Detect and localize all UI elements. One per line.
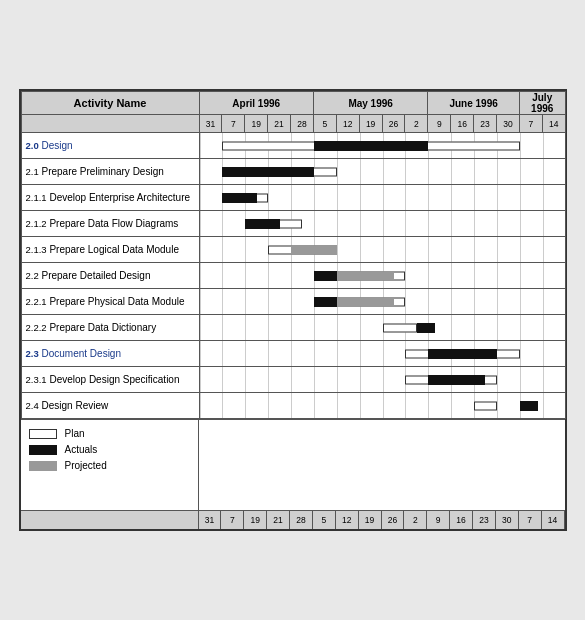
day-header: 30 — [496, 115, 519, 133]
gantt-row-0 — [199, 133, 565, 159]
bar-plan — [222, 193, 268, 202]
legend-projected-label: Projected — [65, 460, 107, 471]
day-header: 16 — [451, 115, 474, 133]
activity-label: 2.1 Prepare Preliminary Design — [21, 159, 199, 185]
activity-label: 2.2.1 Prepare Physical Data Module — [21, 289, 199, 315]
gantt-row-5 — [199, 263, 565, 289]
gantt-row-10 — [199, 393, 565, 419]
bar-actual — [222, 167, 314, 177]
gantt-row-1 — [199, 159, 565, 185]
bottom-day-cell: 30 — [496, 511, 519, 529]
activity-label: 2.0 Design — [21, 133, 199, 159]
activity-label: 2.1.1 Develop Enterprise Architecture — [21, 185, 199, 211]
activity-label: 2.3.1 Develop Design Specification — [21, 367, 199, 393]
activity-label: 2.4 Design Review — [21, 393, 199, 419]
bottom-day-cell: 7 — [221, 511, 244, 529]
day-header: 23 — [474, 115, 497, 133]
gantt-row-8 — [199, 341, 565, 367]
bottom-day-cell: 31 — [199, 511, 222, 529]
bottom-day-cell: 14 — [542, 511, 565, 529]
bar-actual — [314, 141, 428, 151]
activity-label: 2.1.2 Prepare Data Flow Diagrams — [21, 211, 199, 237]
legend-projected-box — [29, 461, 57, 471]
day-header: 21 — [268, 115, 291, 133]
bottom-day-cell: 19 — [359, 511, 382, 529]
bottom-day-cell: 12 — [336, 511, 359, 529]
bar-plan — [245, 219, 302, 228]
day-header: 14 — [542, 115, 565, 133]
legend-plan-box — [29, 429, 57, 439]
bar-actual — [520, 401, 538, 411]
june-header: June 1996 — [428, 92, 520, 115]
bar-projected — [337, 297, 394, 306]
bottom-day-cell: 28 — [290, 511, 313, 529]
activity-label: 2.2.2 Prepare Data Dictionary — [21, 315, 199, 341]
bar-plan — [268, 245, 337, 254]
bottom-day-cell: 16 — [450, 511, 473, 529]
day-header: 19 — [359, 115, 382, 133]
bar-actual — [314, 297, 337, 307]
bottom-day-cell: 26 — [382, 511, 405, 529]
bar-actual — [428, 375, 485, 385]
bottom-day-cell: 2 — [404, 511, 427, 529]
bar-plan — [405, 375, 497, 384]
day-header: 31 — [199, 115, 222, 133]
bar-plan — [383, 323, 417, 332]
gantt-row-4 — [199, 237, 565, 263]
day-header: 7 — [222, 115, 245, 133]
legend-actuals-label: Actuals — [65, 444, 98, 455]
day-header: 28 — [291, 115, 314, 133]
bar-plan — [314, 297, 406, 306]
bar-plan — [314, 271, 406, 280]
activity-label: 2.2 Prepare Detailed Design — [21, 263, 199, 289]
bar-plan — [222, 167, 336, 176]
activity-col-header: Activity Name — [21, 92, 199, 115]
bar-actual — [245, 219, 279, 229]
day-header: 19 — [245, 115, 268, 133]
bar-actual — [417, 323, 435, 333]
day-header: 12 — [336, 115, 359, 133]
day-header: 9 — [428, 115, 451, 133]
bar-projected — [337, 271, 394, 280]
legend-projected: Projected — [29, 460, 190, 471]
activity-label: 2.1.3 Prepare Logical Data Module — [21, 237, 199, 263]
bar-plan — [405, 349, 519, 358]
bottom-day-cell: 5 — [313, 511, 336, 529]
july-header: July 1996 — [519, 92, 565, 115]
bar-actual — [314, 271, 337, 281]
day-header: 5 — [313, 115, 336, 133]
gantt-row-2 — [199, 185, 565, 211]
gantt-row-6 — [199, 289, 565, 315]
bottom-day-cell: 7 — [519, 511, 542, 529]
gantt-row-9 — [199, 367, 565, 393]
bar-projected — [291, 245, 337, 254]
legend-plan-label: Plan — [65, 428, 85, 439]
day-header: 2 — [405, 115, 428, 133]
gantt-row-7 — [199, 315, 565, 341]
may-header: May 1996 — [313, 92, 427, 115]
legend-actuals-box — [29, 445, 57, 455]
april-header: April 1996 — [199, 92, 313, 115]
bar-actual — [428, 349, 497, 359]
legend-actuals: Actuals — [29, 444, 190, 455]
bar-actual — [222, 193, 256, 203]
bottom-day-cell: 21 — [267, 511, 290, 529]
bar-plan — [222, 141, 519, 150]
bar-plan — [474, 401, 497, 410]
bottom-day-cell: 9 — [427, 511, 450, 529]
day-header: 26 — [382, 115, 405, 133]
bottom-day-cell: 19 — [244, 511, 267, 529]
gantt-row-3 — [199, 211, 565, 237]
activity-label: 2.3 Document Design — [21, 341, 199, 367]
day-header: 7 — [519, 115, 542, 133]
legend-plan: Plan — [29, 428, 190, 439]
bottom-day-cell: 23 — [473, 511, 496, 529]
